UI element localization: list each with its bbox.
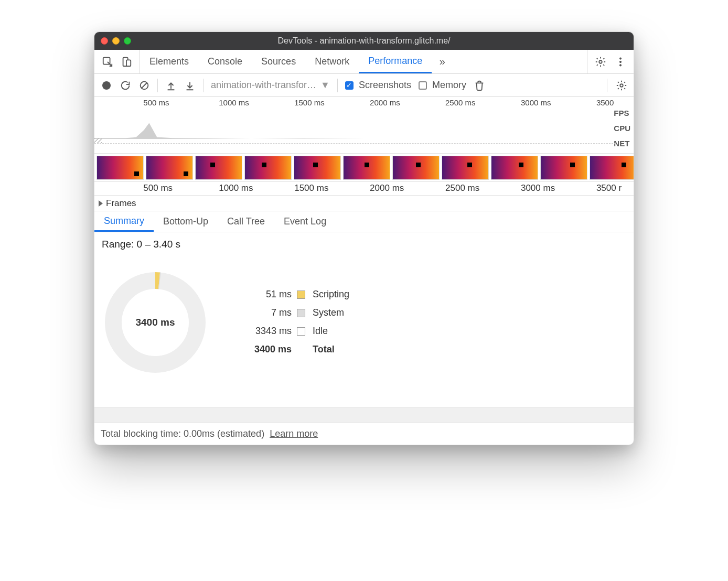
flamechart-tick: 3500 r [596, 183, 622, 193]
tab-performance[interactable]: Performance [359, 50, 432, 73]
svg-point-3 [599, 60, 602, 63]
device-toggle-icon[interactable] [121, 56, 132, 68]
legend-total-label: Total [313, 344, 349, 355]
detail-tab-bottom-up[interactable]: Bottom-Up [154, 211, 218, 232]
screenshot-thumbnail[interactable] [146, 156, 193, 180]
screenshot-thumbnail[interactable] [294, 156, 341, 180]
flamechart-tick: 2000 ms [370, 183, 404, 193]
fullscreen-icon[interactable] [124, 37, 131, 45]
checkbox-checked-icon [345, 81, 354, 90]
flamechart-tick: 3000 ms [521, 183, 555, 193]
frames-track-header[interactable]: Frames [94, 196, 634, 211]
screenshot-thumbnail[interactable] [392, 156, 440, 180]
total-blocking-time: Total blocking time: 0.00ms (estimated) [101, 428, 264, 439]
load-profile-button[interactable] [165, 80, 177, 91]
window-titlebar: DevTools - animation-with-transform.glit… [94, 32, 634, 50]
svg-rect-2 [126, 60, 131, 66]
trace-selector[interactable]: animation-with-transfor… ▼ [211, 80, 330, 91]
tab-sources[interactable]: Sources [252, 50, 305, 73]
screenshot-thumbnail[interactable] [97, 156, 144, 180]
detail-tab-call-tree[interactable]: Call Tree [218, 211, 274, 232]
svg-point-6 [619, 64, 621, 66]
legend-label: System [313, 307, 349, 318]
overview-tick: 2500 ms [445, 98, 476, 107]
overview-tick: 2000 ms [370, 98, 400, 107]
chevron-down-icon: ▼ [320, 80, 330, 91]
memory-label: Memory [432, 80, 466, 91]
memory-checkbox[interactable]: Memory [419, 80, 466, 91]
svg-point-4 [619, 57, 621, 59]
flamechart-ruler[interactable]: 500 ms1000 ms1500 ms2000 ms2500 ms3000 m… [94, 182, 634, 196]
screenshots-checkbox[interactable]: Screenshots [345, 80, 411, 91]
detail-tab-event-log[interactable]: Event Log [274, 211, 336, 232]
legend-swatch [297, 290, 305, 299]
flamechart-tick: 1500 ms [294, 183, 328, 193]
hatched-region [94, 138, 102, 143]
legend-total-value: 3400 ms [239, 344, 292, 355]
range-label: Range: 0 – 3.40 s [94, 232, 634, 250]
devtools-window: DevTools - animation-with-transform.glit… [94, 31, 634, 445]
screenshot-thumbnail[interactable] [491, 156, 538, 180]
overview-tick: 3000 ms [521, 98, 551, 107]
donut-center-value: 3400 ms [103, 270, 208, 375]
overview-lane-label: FPS [614, 109, 630, 117]
screenshot-thumbnail[interactable] [540, 156, 587, 180]
window-title: DevTools - animation-with-transform.glit… [94, 36, 634, 46]
capture-settings-icon[interactable] [616, 80, 627, 91]
inspect-icon[interactable] [102, 56, 113, 68]
performance-toolbar: animation-with-transfor… ▼ Screenshots M… [94, 74, 634, 97]
reload-record-button[interactable] [120, 80, 131, 91]
panel-tabs: ElementsConsoleSourcesNetworkPerformance… [94, 50, 634, 74]
clear-button[interactable] [138, 80, 150, 91]
flamechart-tick: 2500 ms [445, 183, 479, 193]
disclosure-triangle-icon [99, 200, 103, 207]
overview-lane-label: NET [614, 139, 630, 148]
svg-point-5 [619, 61, 621, 62]
screenshot-filmstrip[interactable] [94, 154, 634, 182]
screenshot-thumbnail[interactable] [244, 156, 292, 180]
drawer-divider[interactable] [94, 407, 634, 423]
svg-point-9 [620, 84, 623, 87]
time-breakdown-donut: 3400 ms [103, 270, 208, 375]
legend-value: 3343 ms [239, 326, 292, 337]
screenshot-thumbnail[interactable] [442, 156, 489, 180]
screenshot-thumbnail[interactable] [343, 156, 390, 180]
overview-tick: 500 ms [143, 98, 169, 107]
legend-swatch [297, 327, 305, 336]
more-tabs-button[interactable]: » [432, 50, 453, 73]
legend-swatch [297, 309, 305, 317]
close-icon[interactable] [101, 37, 108, 45]
save-profile-button[interactable] [184, 80, 196, 91]
legend-label: Idle [313, 326, 349, 337]
minimize-icon[interactable] [112, 37, 120, 45]
learn-more-link[interactable]: Learn more [270, 428, 318, 439]
overview-tick: 1000 ms [219, 98, 249, 107]
overview-tick: 1500 ms [294, 98, 325, 107]
tab-console[interactable]: Console [198, 50, 252, 73]
checkbox-unchecked-icon [419, 81, 427, 90]
trace-name: animation-with-transfor… [211, 80, 316, 91]
flamechart-tick: 1000 ms [219, 183, 253, 193]
overview-lane-label: CPU [614, 124, 630, 133]
legend-value: 7 ms [239, 307, 292, 318]
tab-elements[interactable]: Elements [140, 50, 198, 73]
screenshots-label: Screenshots [359, 80, 411, 91]
footer-bar: Total blocking time: 0.00ms (estimated) … [94, 423, 634, 445]
screenshot-thumbnail[interactable] [195, 156, 242, 180]
settings-icon[interactable] [595, 56, 606, 68]
collect-garbage-button[interactable] [474, 80, 485, 91]
detail-tab-summary[interactable]: Summary [94, 211, 154, 232]
legend-label: Scripting [313, 289, 349, 300]
kebab-menu-icon[interactable] [615, 56, 626, 68]
screenshot-thumbnail[interactable] [590, 156, 634, 180]
summary-pane: 3400 ms 51 msScripting7 msSystem3343 msI… [94, 250, 634, 407]
record-button[interactable] [101, 80, 112, 91]
tab-network[interactable]: Network [305, 50, 359, 73]
svg-line-8 [142, 82, 147, 88]
legend-value: 51 ms [239, 289, 292, 300]
more-tabs-glyph: » [440, 56, 445, 68]
detail-tabs: SummaryBottom-UpCall TreeEvent Log [94, 211, 634, 232]
timeline-overview[interactable]: 500 ms1000 ms1500 ms2000 ms2500 ms3000 m… [94, 97, 634, 154]
cpu-graph [94, 121, 616, 139]
frames-label: Frames [106, 198, 136, 209]
